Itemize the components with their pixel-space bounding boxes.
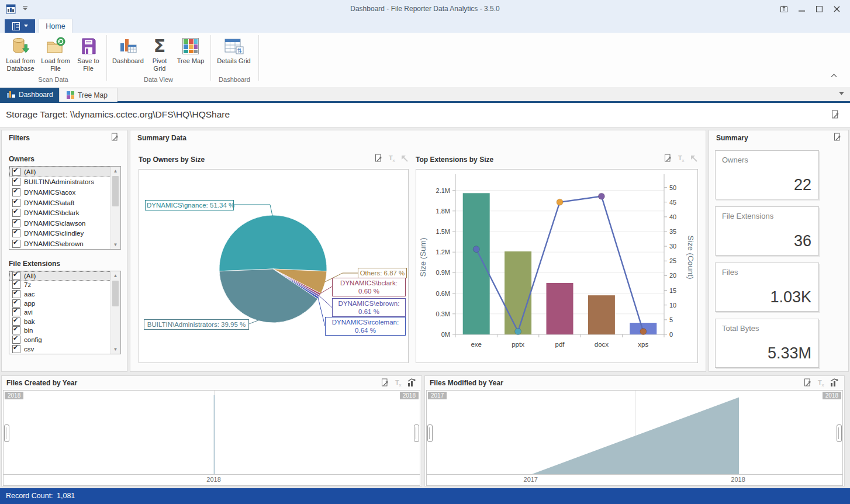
- list-item[interactable]: DYNAMICS\ebrown: [9, 239, 120, 249]
- list-item[interactable]: (All): [9, 271, 120, 281]
- files-modified-chart[interactable]: 2017 2018: [426, 390, 843, 475]
- app-menu-button[interactable]: [5, 19, 35, 33]
- chart-type-icon[interactable]: [830, 378, 838, 387]
- collapse-ribbon-icon[interactable]: [831, 74, 837, 78]
- doc-tab-dashboard[interactable]: Dashboard: [0, 88, 60, 101]
- export-icon[interactable]: [111, 133, 120, 141]
- summary-data-title: Summary Data: [137, 134, 186, 142]
- minimize-button[interactable]: [793, 2, 810, 15]
- list-item[interactable]: DYNAMICS\acox: [9, 187, 120, 198]
- maximize-chart-icon[interactable]: [400, 154, 409, 163]
- list-item[interactable]: csv: [9, 344, 120, 354]
- doc-tab-tree-map[interactable]: Tree Map: [59, 88, 118, 102]
- dashboard-view-button[interactable]: Dashboard: [111, 36, 145, 75]
- treemap-icon: [181, 36, 201, 56]
- list-item[interactable]: avi: [9, 308, 120, 317]
- checkbox-checked[interactable]: [12, 290, 20, 298]
- checkbox-checked[interactable]: [12, 281, 20, 289]
- export-icon[interactable]: [664, 154, 673, 163]
- files-created-chart[interactable]: 2018 2018: [3, 390, 420, 475]
- checkbox-checked[interactable]: [12, 188, 20, 196]
- export-icon[interactable]: [375, 154, 383, 163]
- list-item-label: aac: [24, 291, 35, 298]
- checkbox-checked[interactable]: [12, 308, 20, 316]
- pie-chart[interactable]: DYNAMICS\gnance: 51.34 %Others: 6.87 %DY…: [139, 169, 409, 363]
- list-item[interactable]: DYNAMICS\clindley: [9, 229, 120, 239]
- checkbox-checked[interactable]: [12, 240, 20, 248]
- tree-map-button[interactable]: Tree Map: [174, 36, 207, 75]
- maximize-button[interactable]: [810, 2, 828, 15]
- scrollbar[interactable]: ▲ ▼: [110, 271, 120, 354]
- svg-text:x: x: [393, 158, 395, 163]
- svg-text:0: 0: [669, 331, 673, 338]
- range-handle-right[interactable]: [837, 424, 842, 442]
- list-item[interactable]: bin: [9, 326, 120, 336]
- list-item[interactable]: DYNAMICS\bclark: [9, 208, 120, 218]
- storage-target-text: Storage Target: \\dynamics.cctec.org\DFS…: [6, 109, 230, 120]
- list-item[interactable]: bak: [9, 317, 120, 326]
- export-icon[interactable]: [834, 133, 842, 141]
- svg-text:Σ: Σ: [154, 36, 166, 56]
- scrollbar[interactable]: ▲ ▼: [110, 167, 120, 249]
- owners-filter-list[interactable]: (All) BUILTIN\Administrators DYNAMICS\ac…: [9, 166, 121, 250]
- tab-home[interactable]: Home: [39, 19, 72, 33]
- checkbox-checked[interactable]: [12, 299, 20, 308]
- scroll-up-icon[interactable]: ▲: [111, 167, 120, 175]
- list-item[interactable]: DYNAMICS\clawson: [9, 218, 120, 229]
- pivot-grid-button[interactable]: Σ Pivot Grid: [146, 36, 173, 75]
- save-to-file-button[interactable]: Save to File: [74, 36, 103, 75]
- checkbox-checked[interactable]: [12, 336, 20, 344]
- filters-panel-title: Filters: [9, 134, 30, 142]
- summary-card: File Extensions 36: [715, 206, 819, 256]
- chart-type-icon[interactable]: [407, 378, 416, 387]
- fullscreen-button[interactable]: [775, 2, 793, 15]
- load-from-file-button[interactable]: Load from File: [39, 36, 72, 75]
- export-icon[interactable]: [831, 110, 841, 119]
- scroll-up-icon[interactable]: ▲: [111, 271, 120, 280]
- scroll-down-icon[interactable]: ▼: [111, 345, 120, 354]
- range-handle-left[interactable]: [427, 424, 433, 442]
- maximize-chart-icon[interactable]: [690, 154, 698, 163]
- button-label: Tree Map: [174, 57, 207, 65]
- export-icon[interactable]: [381, 378, 390, 387]
- scrollbar-thumb[interactable]: [112, 176, 119, 206]
- checkbox-checked[interactable]: [12, 209, 20, 217]
- clear-filter-icon[interactable]: Tx: [817, 378, 825, 387]
- combo-chart[interactable]: 0M0.3M0.6M0.9M1.2M1.5M1.8M2.1M0510152025…: [416, 169, 698, 363]
- close-button[interactable]: [828, 2, 845, 15]
- details-grid-button[interactable]: ⇅ Details Grid: [216, 36, 251, 75]
- checkbox-checked[interactable]: [12, 178, 20, 186]
- list-item[interactable]: DYNAMICS\ataft: [9, 198, 120, 208]
- checkbox-checked[interactable]: [12, 168, 20, 176]
- range-handle-right[interactable]: [414, 424, 419, 442]
- list-item[interactable]: BUILTIN\Administrators: [9, 177, 120, 188]
- range-handle-left[interactable]: [4, 424, 9, 442]
- list-item[interactable]: (All): [9, 167, 120, 177]
- tab-list-dropdown-icon[interactable]: [839, 92, 844, 95]
- clear-filter-icon[interactable]: Tx: [394, 378, 403, 387]
- file-extensions-filter-list[interactable]: (All) 7z aac app: [9, 271, 121, 354]
- list-item[interactable]: aac: [9, 289, 120, 299]
- scroll-down-icon[interactable]: ▼: [111, 240, 120, 249]
- clear-filter-icon[interactable]: Tx: [677, 154, 686, 163]
- checkbox-checked[interactable]: [12, 345, 20, 353]
- ribbon-separator: [258, 35, 259, 81]
- checkbox-checked[interactable]: [12, 229, 20, 237]
- checkbox-checked[interactable]: [12, 219, 20, 227]
- scrollbar-thumb[interactable]: [112, 281, 119, 306]
- checkbox-checked[interactable]: [12, 272, 20, 280]
- checkbox-checked[interactable]: [12, 326, 20, 334]
- svg-text:Size (Count): Size (Count): [686, 235, 695, 279]
- export-icon[interactable]: [804, 378, 813, 387]
- clear-filter-icon[interactable]: Tx: [388, 154, 396, 163]
- button-label: Load from Database: [4, 57, 37, 72]
- doc-tab-label: Dashboard: [19, 91, 53, 99]
- checkbox-checked[interactable]: [12, 199, 20, 207]
- storage-target-bar: Storage Target: \\dynamics.cctec.org\DFS…: [0, 103, 850, 128]
- list-item[interactable]: config: [9, 335, 120, 344]
- list-item[interactable]: app: [9, 299, 120, 308]
- checkbox-checked[interactable]: [12, 317, 20, 326]
- list-item[interactable]: 7z: [9, 281, 120, 290]
- load-from-database-button[interactable]: Load from Database: [4, 36, 37, 75]
- svg-text:0.9M: 0.9M: [436, 269, 450, 276]
